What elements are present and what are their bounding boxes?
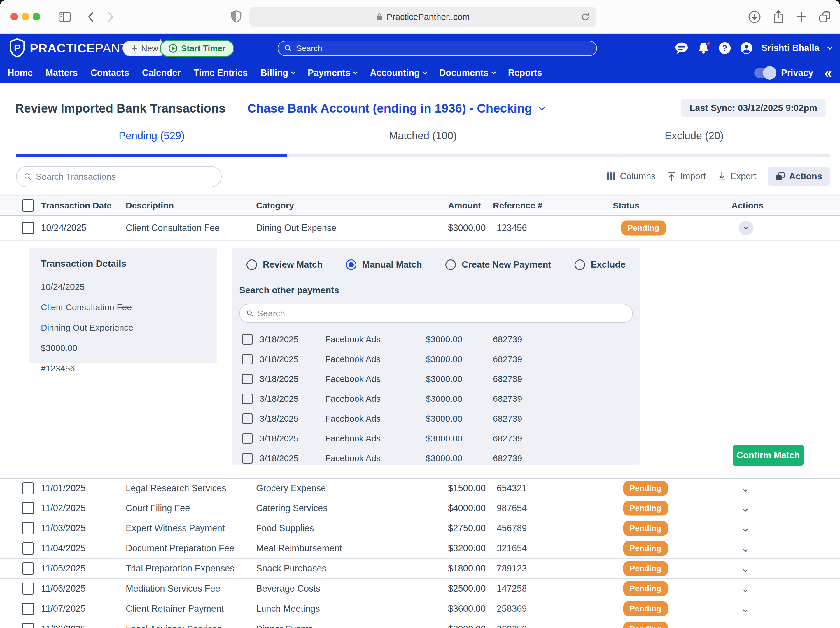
columns-button[interactable]: Columns [607, 171, 656, 181]
new-tab-icon[interactable] [796, 11, 807, 23]
payment-description: Facebook Ads [325, 394, 426, 404]
payment-row[interactable]: 3/18/2025Facebook Ads$3000.00682739 [232, 389, 640, 409]
payment-checkbox[interactable] [242, 433, 253, 444]
match-option-exclude[interactable]: Exclude [575, 259, 625, 270]
row-checkbox[interactable] [22, 562, 34, 574]
help-icon[interactable]: ? [718, 42, 731, 55]
expand-row-button[interactable] [743, 608, 748, 612]
row-checkbox[interactable] [22, 542, 34, 554]
user-menu-chevron-icon[interactable] [827, 44, 832, 50]
transactions-search-input[interactable] [36, 172, 214, 181]
nav-item-time-entries[interactable]: Time Entries [194, 68, 248, 78]
nav-item-home[interactable]: Home [8, 68, 33, 78]
minimize-window-button[interactable] [22, 13, 29, 21]
nav-item-matters[interactable]: Matters [46, 68, 77, 78]
nav-item-billing[interactable]: Billing [261, 68, 295, 78]
payment-row[interactable]: 3/18/2025Facebook Ads$3000.00682739 [232, 448, 640, 468]
payment-row[interactable]: 3/18/2025Facebook Ads$3000.00682739 [232, 409, 640, 429]
expand-row-button[interactable] [743, 527, 748, 532]
match-option-review-match[interactable]: Review Match [246, 259, 322, 270]
row-checkbox[interactable] [22, 502, 34, 514]
import-button[interactable]: Import [667, 171, 706, 181]
expand-row-button[interactable] [743, 488, 748, 492]
forward-button[interactable] [106, 0, 115, 33]
radio-button[interactable] [246, 259, 257, 270]
confirm-match-button[interactable]: Confirm Match [733, 445, 804, 466]
table-row[interactable]: 10/24/2025 Client Consultation Fee Dinin… [0, 216, 840, 240]
table-row[interactable]: 11/04/2025Document Preparation FeeMeal R… [0, 538, 840, 559]
details-line: #123456 [41, 364, 205, 374]
payment-row[interactable]: 3/18/2025Facebook Ads$3000.00682739 [232, 330, 640, 349]
row-description: Legal Research Services [126, 483, 226, 494]
messages-icon[interactable] [675, 42, 688, 55]
expand-row-button[interactable] [743, 507, 748, 512]
row-checkbox[interactable] [22, 623, 34, 628]
row-checkbox[interactable] [22, 482, 34, 494]
payment-checkbox[interactable] [242, 394, 253, 404]
radio-button[interactable] [346, 259, 357, 270]
nav-item-calender[interactable]: Calender [142, 68, 181, 78]
nav-item-documents[interactable]: Documents [439, 68, 495, 78]
payments-search-input[interactable] [257, 308, 626, 319]
payment-checkbox[interactable] [242, 413, 253, 424]
match-option-create-new-payment[interactable]: Create New Payment [445, 259, 551, 270]
match-option-manual-match[interactable]: Manual Match [346, 259, 422, 270]
table-row[interactable]: 11/03/2025Expert Witness PaymentFood Sup… [0, 518, 840, 538]
share-icon[interactable] [772, 10, 785, 24]
payment-row[interactable]: 3/18/2025Facebook Ads$3000.00682739 [232, 369, 640, 389]
payment-row[interactable]: 3/18/2025Facebook Ads$3000.00682739 [232, 349, 640, 369]
expand-row-button[interactable] [743, 548, 748, 552]
nav-item-contacts[interactable]: Contacts [90, 68, 129, 78]
collapse-row-button[interactable] [739, 221, 753, 235]
select-all-checkbox[interactable] [22, 199, 34, 211]
expand-row-button[interactable] [743, 568, 748, 572]
sidebar-toggle-icon[interactable] [58, 0, 71, 33]
table-row[interactable]: 11/02/2025Court Filing FeeCatering Servi… [0, 498, 840, 518]
global-search[interactable] [278, 41, 597, 56]
tab-pending[interactable]: Pending (529) [16, 130, 287, 154]
nav-item-reports[interactable]: Reports [508, 68, 542, 78]
nav-item-payments[interactable]: Payments [308, 68, 357, 78]
back-button[interactable] [86, 0, 96, 33]
tab-exclude[interactable]: Exclude (20) [559, 130, 830, 154]
nav-item-accounting[interactable]: Accounting [370, 68, 426, 78]
transactions-search[interactable] [16, 166, 222, 187]
row-checkbox[interactable] [22, 603, 34, 615]
table-row[interactable]: 11/07/2025Client Retainer PaymentLunch M… [0, 599, 840, 619]
privacy-shield-icon[interactable] [230, 0, 243, 33]
zoom-window-button[interactable] [33, 13, 40, 21]
table-row[interactable]: 11/06/2025Mediation Services FeeBeverage… [0, 579, 840, 599]
notifications-icon[interactable] [697, 42, 710, 55]
table-row[interactable]: 11/05/2025Trial Preparation ExpensesSnac… [0, 559, 840, 579]
payment-checkbox[interactable] [242, 334, 253, 345]
close-window-button[interactable] [11, 13, 18, 21]
bank-account-selector[interactable]: Chase Bank Account (ending in 1936) - Ch… [247, 101, 544, 115]
global-search-input[interactable] [296, 44, 591, 53]
actions-button[interactable]: Actions [768, 167, 830, 186]
tab-overview-icon[interactable] [818, 11, 831, 23]
table-row[interactable]: 11/08/2025Legal Advisory ServicesDinner … [0, 619, 840, 628]
collapse-nav-icon[interactable]: « [824, 67, 832, 79]
address-bar[interactable]: PracticePanther..com [249, 7, 597, 27]
payment-amount: $3000.00 [426, 414, 493, 424]
downloads-icon[interactable] [748, 10, 761, 24]
payment-checkbox[interactable] [242, 453, 253, 464]
tab-matched[interactable]: Matched (100) [287, 130, 559, 154]
start-timer-button[interactable]: Start Timer [160, 40, 234, 57]
reload-icon[interactable] [581, 12, 590, 22]
row-checkbox[interactable] [22, 582, 34, 595]
user-name[interactable]: Srishti Bhalla [761, 43, 819, 54]
export-button[interactable]: Export [717, 171, 756, 181]
privacy-toggle[interactable] [754, 68, 774, 78]
radio-button[interactable] [575, 259, 585, 270]
expand-row-button[interactable] [743, 588, 748, 592]
user-avatar[interactable] [740, 42, 753, 55]
radio-button[interactable] [445, 259, 456, 270]
payment-checkbox[interactable] [242, 354, 253, 364]
payment-checkbox[interactable] [242, 374, 253, 384]
row-checkbox[interactable] [22, 522, 34, 535]
payments-search[interactable] [239, 304, 633, 323]
payment-row[interactable]: 3/18/2025Facebook Ads$3000.00682739 [232, 429, 640, 448]
row-checkbox[interactable] [22, 222, 34, 234]
table-row[interactable]: 11/01/2025Legal Research ServicesGrocery… [0, 478, 840, 498]
